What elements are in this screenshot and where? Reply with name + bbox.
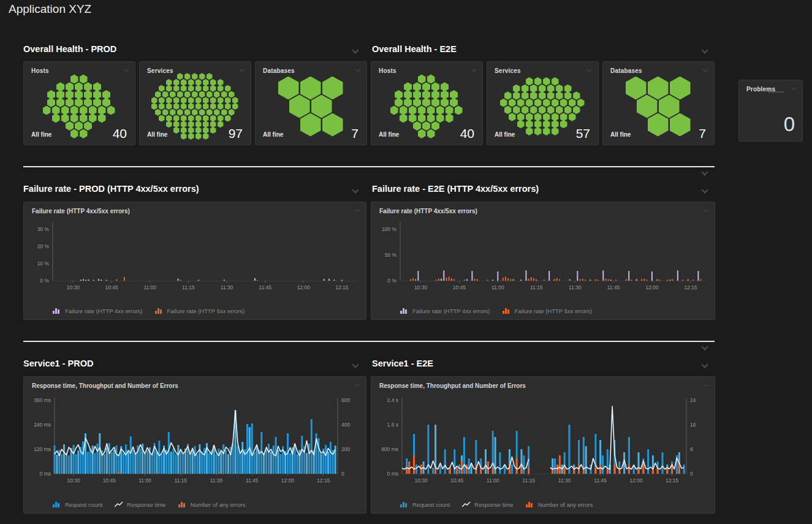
chevron-down-icon[interactable]	[701, 169, 708, 175]
hexagon-entity[interactable]	[513, 85, 520, 93]
hexagon-entity[interactable]	[522, 106, 529, 115]
hexagon-entity[interactable]	[431, 121, 439, 131]
hexagon-entity[interactable]	[400, 113, 408, 123]
hexagon-entity[interactable]	[195, 97, 202, 104]
hexagon-entity[interactable]	[80, 129, 88, 139]
chevron-down-icon[interactable]	[704, 207, 708, 212]
hexagon-entity[interactable]	[547, 106, 555, 115]
chart-tile-service-prod[interactable]: Response time, Throughput and Number of …	[23, 376, 366, 514]
hexagon-entity[interactable]	[543, 120, 550, 129]
legend-item[interactable]: Failure rate (HTTP 5xx errors)	[503, 308, 593, 314]
hexagon-entity[interactable]	[181, 133, 187, 140]
hexagon-entity[interactable]	[577, 99, 585, 107]
hexagon-entity[interactable]	[66, 98, 74, 107]
chevron-down-icon[interactable]	[352, 186, 359, 193]
hexagon-entity[interactable]	[534, 120, 542, 129]
chart-tile-failure-e2e[interactable]: Failure rate (HTTP 4xx/5xx errors) 0 %50…	[371, 202, 715, 320]
hexagon-entity[interactable]	[203, 115, 209, 122]
hexagon-entity[interactable]	[155, 109, 161, 116]
hexagon-entity[interactable]	[418, 113, 426, 123]
hexagon-entity[interactable]	[526, 127, 533, 135]
failure-rate-prod-chart[interactable]: 0 %10 %20 %30 %10:3010:4511:0011:1511:30…	[24, 218, 366, 305]
hexagon-entity[interactable]	[526, 99, 533, 107]
problems-tile[interactable]: Problems 0	[738, 80, 803, 142]
hexagon-entity[interactable]	[173, 103, 180, 110]
hexagon-entity[interactable]	[225, 103, 231, 110]
hexagon-entity[interactable]	[159, 85, 165, 92]
hexagon-entity[interactable]	[422, 98, 430, 107]
hexagon-entity[interactable]	[441, 98, 449, 107]
hexagon-entity[interactable]	[300, 77, 321, 100]
hexagon-entity[interactable]	[75, 98, 83, 107]
hexagon-entity[interactable]	[80, 113, 88, 123]
hexagon-entity[interactable]	[210, 85, 216, 92]
hexagon-entity[interactable]	[214, 109, 220, 116]
chevron-down-icon[interactable]	[240, 67, 245, 72]
legend-item[interactable]: Failure rate (HTTP 4xx errors)	[400, 308, 490, 314]
hexagon-entity[interactable]	[166, 103, 172, 110]
hexagon-entity[interactable]	[218, 115, 224, 122]
hexagon-entity[interactable]	[513, 106, 520, 115]
hexagon-entity[interactable]	[390, 105, 398, 115]
chevron-down-icon[interactable]	[352, 361, 359, 368]
hexagon-entity[interactable]	[648, 77, 669, 100]
hexagon-entity[interactable]	[573, 106, 580, 115]
hexagon-entity[interactable]	[181, 103, 187, 110]
hexagon-entity[interactable]	[395, 98, 403, 107]
hexagon-entity[interactable]	[177, 91, 183, 98]
chevron-down-icon[interactable]	[791, 85, 796, 90]
hexagon-entity[interactable]	[526, 120, 533, 129]
hexagon-entity[interactable]	[166, 115, 172, 122]
hexagon-entity[interactable]	[637, 95, 658, 118]
hexagon-entity[interactable]	[446, 113, 453, 123]
hexagon-entity[interactable]	[203, 79, 209, 86]
hexagon-entity[interactable]	[225, 97, 231, 104]
hexagon-entity[interactable]	[225, 115, 231, 122]
health-tile-databases-e2e[interactable]: Databases All fine 7	[602, 61, 715, 145]
hexagon-entity[interactable]	[547, 85, 555, 93]
hexagon-entity[interactable]	[543, 127, 550, 135]
hexagon-entity[interactable]	[500, 99, 507, 107]
hexagon-entity[interactable]	[195, 115, 202, 122]
hexagon-entity[interactable]	[543, 113, 550, 121]
hexagon-entity[interactable]	[162, 91, 169, 98]
hexagon-entity[interactable]	[560, 99, 567, 107]
hexagon-entity[interactable]	[517, 113, 525, 121]
hexagon-entity[interactable]	[47, 98, 55, 107]
hexagon-entity[interactable]	[210, 115, 216, 122]
hexagon-entity[interactable]	[670, 77, 691, 100]
hexagon-entity[interactable]	[195, 85, 202, 92]
hexagon-entity[interactable]	[159, 97, 165, 104]
hexagon-entity[interactable]	[225, 85, 231, 92]
chevron-down-icon[interactable]	[124, 67, 129, 72]
hexagon-entity[interactable]	[188, 115, 194, 122]
hexagon-entity[interactable]	[162, 109, 169, 116]
hexagon-entity[interactable]	[192, 73, 198, 80]
hexagon-entity[interactable]	[534, 127, 542, 135]
hexagon-entity[interactable]	[84, 98, 92, 107]
hexagon-entity[interactable]	[427, 74, 435, 83]
chart-tile-failure-prod[interactable]: Failure rate (HTTP 4xx/5xx errors) 0 %10…	[23, 202, 366, 320]
hexagon-entity[interactable]	[52, 113, 60, 123]
hexagon-entity[interactable]	[75, 121, 83, 131]
hexagon-entity[interactable]	[177, 73, 183, 80]
hexagon-entity[interactable]	[221, 91, 227, 98]
hexagon-entity[interactable]	[564, 106, 572, 115]
health-tile-services-e2e[interactable]: Services All fine 57	[487, 61, 599, 145]
hexagon-entity[interactable]	[184, 109, 191, 116]
hexagon-entity[interactable]	[177, 109, 183, 116]
hexagon-entity[interactable]	[166, 121, 172, 127]
hexagon-entity[interactable]	[181, 121, 187, 127]
chevron-down-icon[interactable]	[701, 361, 708, 368]
hexagon-entity[interactable]	[539, 91, 546, 100]
service1-prod-chart[interactable]: 0 ms120 ms240 ms360 ms020040060010:3010:…	[24, 393, 366, 497]
hexagon-entity[interactable]	[170, 91, 176, 98]
chevron-down-icon[interactable]	[471, 67, 476, 72]
hexagon-entity[interactable]	[188, 85, 194, 92]
hexagon-entity[interactable]	[404, 98, 412, 107]
hexagon-entity[interactable]	[195, 103, 202, 110]
hexagon-entity[interactable]	[84, 121, 92, 131]
hexagon-entity[interactable]	[210, 103, 216, 110]
hexagon-entity[interactable]	[199, 73, 205, 80]
health-tile-hosts-e2e[interactable]: Hosts All fine 40	[371, 61, 483, 145]
